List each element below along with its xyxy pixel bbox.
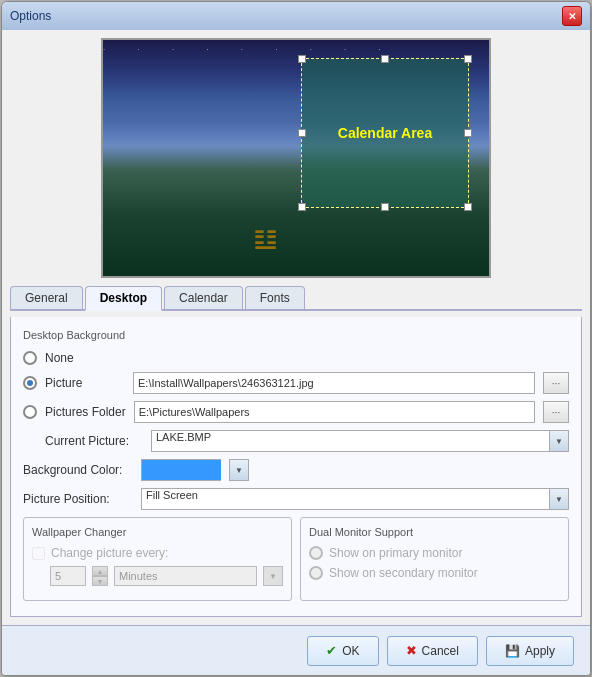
cancel-icon: ✖	[406, 643, 417, 658]
change-picture-label: Change picture every:	[51, 546, 168, 560]
handle-bm[interactable]	[381, 203, 389, 211]
secondary-monitor-row: Show on secondary monitor	[309, 566, 560, 580]
secondary-monitor-radio[interactable]	[309, 566, 323, 580]
dual-monitor-panel: Dual Monitor Support Show on primary mon…	[300, 517, 569, 601]
secondary-monitor-label: Show on secondary monitor	[329, 566, 478, 580]
tab-general[interactable]: General	[10, 286, 83, 309]
handle-br[interactable]	[464, 203, 472, 211]
picture-position-dropdown: Fill Screen	[141, 488, 569, 510]
pictures-folder-label: Pictures Folder	[45, 405, 126, 419]
picture-position-row: Picture Position: Fill Screen	[23, 488, 569, 510]
pictures-folder-input[interactable]	[134, 401, 535, 423]
primary-monitor-radio[interactable]	[309, 546, 323, 560]
calendar-area-label: Calendar Area	[338, 125, 432, 141]
apply-icon: 💾	[505, 644, 520, 658]
picture-position-field: Fill Screen	[141, 488, 549, 510]
current-picture-dropdown: LAKE.BMP	[151, 430, 569, 452]
ok-icon: ✔	[326, 643, 337, 658]
handle-tr[interactable]	[464, 55, 472, 63]
tab-calendar[interactable]: Calendar	[164, 286, 243, 309]
window-title: Options	[10, 9, 51, 23]
none-row: None	[23, 351, 569, 365]
wallpaper-preview: Calendar Area 𝌭	[103, 40, 489, 276]
handle-tl[interactable]	[298, 55, 306, 63]
change-picture-checkbox[interactable]	[32, 547, 45, 560]
wallpaper-changer-panel: Wallpaper Changer Change picture every: …	[23, 517, 292, 601]
bg-color-swatch[interactable]	[141, 459, 221, 481]
calendar-area-overlay: Calendar Area	[301, 58, 469, 208]
bg-color-dropdown-btn[interactable]	[229, 459, 249, 481]
tab-desktop[interactable]: Desktop	[85, 286, 162, 311]
interval-spinner: ▲ ▼	[92, 566, 108, 586]
picture-browse-button[interactable]: ···	[543, 372, 569, 394]
close-button[interactable]	[562, 6, 582, 26]
pictures-folder-browse-button[interactable]: ···	[543, 401, 569, 423]
picture-position-dropdown-btn[interactable]	[549, 488, 569, 510]
spin-up[interactable]: ▲	[92, 566, 108, 576]
picture-row: Picture ···	[23, 372, 569, 394]
primary-monitor-label: Show on primary monitor	[329, 546, 462, 560]
dual-monitor-title: Dual Monitor Support	[309, 526, 560, 538]
none-radio[interactable]	[23, 351, 37, 365]
interval-unit-dropdown-btn[interactable]: ▼	[263, 566, 283, 586]
current-picture-row: Current Picture: LAKE.BMP	[23, 430, 569, 452]
primary-monitor-row: Show on primary monitor	[309, 546, 560, 560]
pictures-folder-row: Pictures Folder ···	[23, 401, 569, 423]
cancel-button[interactable]: ✖ Cancel	[387, 636, 478, 666]
tab-content-desktop: Desktop Background None Picture ··· Pict…	[10, 317, 582, 617]
interval-input[interactable]	[50, 566, 86, 586]
bottom-panels: Wallpaper Changer Change picture every: …	[23, 517, 569, 601]
ok-label: OK	[342, 644, 359, 658]
picture-path-input[interactable]	[133, 372, 535, 394]
interval-row: ▲ ▼ Minutes ▼	[32, 566, 283, 586]
apply-label: Apply	[525, 644, 555, 658]
picture-position-label: Picture Position:	[23, 492, 133, 506]
interval-unit-field: Minutes	[114, 566, 257, 586]
current-picture-label: Current Picture:	[23, 434, 143, 448]
current-picture-field: LAKE.BMP	[151, 430, 549, 452]
picture-label: Picture	[45, 376, 125, 390]
bottom-bar: ✔ OK ✖ Cancel 💾 Apply	[2, 625, 590, 675]
wallpaper-changer-title: Wallpaper Changer	[32, 526, 283, 538]
handle-mr[interactable]	[464, 129, 472, 137]
title-bar: Options	[2, 2, 590, 30]
silhouette: 𝌭	[253, 223, 278, 256]
tabs-row: General Desktop Calendar Fonts	[10, 286, 582, 311]
handle-tm[interactable]	[381, 55, 389, 63]
cancel-label: Cancel	[422, 644, 459, 658]
apply-button[interactable]: 💾 Apply	[486, 636, 574, 666]
none-label: None	[45, 351, 155, 365]
options-window: Options Calendar Area	[1, 1, 591, 676]
spin-down[interactable]: ▼	[92, 576, 108, 586]
picture-radio[interactable]	[23, 376, 37, 390]
main-content: Calendar Area 𝌭 General Desktop Calendar…	[2, 30, 590, 625]
tab-fonts[interactable]: Fonts	[245, 286, 305, 309]
preview-area: Calendar Area 𝌭	[101, 38, 491, 278]
change-picture-row: Change picture every:	[32, 546, 283, 560]
bg-color-label: Background Color:	[23, 463, 133, 477]
handle-ml[interactable]	[298, 129, 306, 137]
handle-bl[interactable]	[298, 203, 306, 211]
current-picture-dropdown-btn[interactable]	[549, 430, 569, 452]
bg-color-row: Background Color:	[23, 459, 569, 481]
section-title: Desktop Background	[23, 329, 569, 341]
pictures-folder-radio[interactable]	[23, 405, 37, 419]
ok-button[interactable]: ✔ OK	[307, 636, 378, 666]
